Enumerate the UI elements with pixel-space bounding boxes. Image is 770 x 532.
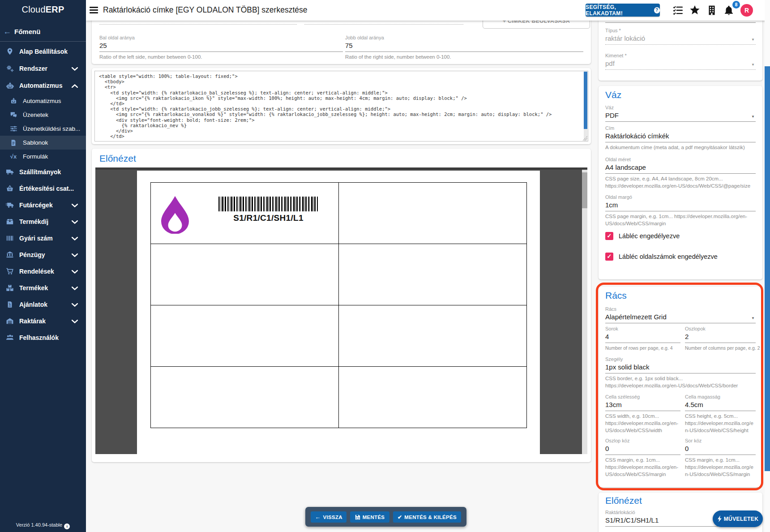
sidebar-item-termekdij[interactable]: Termékdíj: [0, 213, 86, 230]
vaz-card: Váz Váz PDF ▼ Cím Raktárlokáció címkék A…: [599, 86, 762, 279]
sor-koz-field[interactable]: Sor köz 0 CSS margin, e.g. 1cm... https:…: [685, 438, 756, 478]
chevron-down-icon: [72, 234, 81, 242]
chevron-down-icon: [72, 201, 81, 209]
main-menu-back[interactable]: ← Főmenü: [0, 24, 86, 39]
oszlop-koz-field[interactable]: Oszlop köz 0 CSS margin, e.g. 1cm... htt…: [605, 438, 680, 478]
robot-icon: [9, 97, 18, 106]
window-scrollbar-thumb[interactable]: [765, 66, 770, 471]
oldal-meret-input[interactable]: A4 landscape: [605, 163, 756, 174]
preview-scrollbar[interactable]: [582, 170, 587, 454]
szegely-field[interactable]: Szegély 1px solid black CSS border, e.g.…: [605, 356, 756, 390]
sidebar-subitem-uzenetkuldesi-szabalyok[interactable]: Üzenetküldési szab...: [0, 122, 86, 136]
sidebar-item-szallitmanyok[interactable]: Szállítmányok: [0, 163, 86, 180]
label-cell: [151, 244, 339, 305]
sidebar-item-ertekesitesi-csatornak[interactable]: Értékesítési csat...: [0, 180, 86, 197]
gears-icon: [5, 64, 15, 73]
checkbox-label: Lábléc oldalszámok engedélyezve: [619, 253, 718, 260]
sorok-input[interactable]: 4: [605, 333, 680, 343]
right-ratio-input[interactable]: 75: [345, 42, 583, 52]
courier-truck-icon: [5, 201, 15, 210]
label-cell: [339, 367, 527, 428]
cella-magassag-input[interactable]: 4.5cm: [685, 401, 756, 411]
sidebar-item-rendszer[interactable]: Rendszer: [0, 60, 86, 77]
cim-field[interactable]: Cím Raktárlokáció címkék A dokumentum cí…: [605, 125, 756, 151]
sidebar-item-raktarak[interactable]: Raktárak: [0, 313, 86, 329]
sidebar-item-automatizmus[interactable]: Automatizmus: [0, 77, 86, 94]
save-button[interactable]: MENTÉS: [350, 511, 389, 523]
sidebar-item-ajanlatok[interactable]: $ Ajánlatok: [0, 296, 86, 313]
truck-icon: [5, 167, 15, 176]
field-label: Jobb oldal aránya: [345, 35, 583, 40]
avatar[interactable]: R: [740, 4, 753, 17]
sidebar-item-felhasznalok[interactable]: Felhasználók: [0, 329, 86, 346]
editor-scrollbar[interactable]: [584, 72, 587, 142]
sidebar-subitem-uzenetek[interactable]: Üzenetek: [0, 108, 86, 122]
template-code-editor[interactable]: <table style="width: 100%; table-layout:…: [94, 71, 588, 142]
preview-page: S1/R1/C1/SH1/L1: [137, 171, 540, 454]
help-button[interactable]: SEGÍTSÉG, ELAKADTAM! ?: [586, 4, 660, 17]
building-icon[interactable]: [706, 5, 717, 16]
sidebar-item-penzugy[interactable]: Pénzügy: [0, 246, 86, 263]
oldal-margo-field[interactable]: Oldal margó 1cm CSS page margin, e.g. 1c…: [605, 194, 756, 227]
oldal-meret-field[interactable]: Oldal méret A4 landscape CSS page size, …: [605, 157, 756, 190]
left-ratio-field[interactable]: Bal oldal aránya 25 Ratio of the left si…: [99, 35, 343, 61]
sidebar-item-rendelesek[interactable]: Rendelések: [0, 263, 86, 279]
hamburger-menu-icon[interactable]: [90, 7, 98, 13]
tipus-select[interactable]: Típus * raktár lokáció ▼: [605, 28, 756, 45]
sidebar-item-futarcegek[interactable]: Futárcégek: [0, 197, 86, 213]
sidebar-item-gyari-szam[interactable]: Gyári szám: [0, 230, 86, 246]
kimenet-select[interactable]: Kimenet * pdf ▼: [605, 53, 756, 70]
footer-pagenumbers-checkbox[interactable]: ✓ Lábléc oldalszámok engedélyezve: [605, 253, 718, 261]
oszlopok-field[interactable]: Oszlopok 2 Number of columns per page, e…: [685, 326, 756, 351]
save-exit-button[interactable]: ✔ MENTÉS & KILÉPÉS: [393, 511, 461, 523]
formula-sqrt-icon: √x: [9, 152, 18, 161]
preview-scrollbar-thumb[interactable]: [582, 172, 587, 208]
cella-magassag-field[interactable]: Cella magasság 4.5cm CSS height, e.g. 5c…: [685, 394, 756, 434]
location-pin-icon: [5, 47, 15, 56]
code-line: <table style="width: 100%; table-layout:…: [99, 73, 584, 79]
oldal-margo-input[interactable]: 1cm: [605, 201, 756, 211]
arrow-left-icon: ←: [0, 27, 14, 36]
sidebar-subitem-sablonok[interactable]: Sablonok: [0, 136, 86, 150]
star-icon[interactable]: [689, 5, 700, 16]
field-label: Cella magasság: [685, 394, 756, 399]
field-label: Szegély: [605, 356, 756, 362]
checkbox-checked-icon[interactable]: ✓: [605, 253, 613, 261]
window-scrollbar[interactable]: [765, 0, 770, 532]
sorok-field[interactable]: Sorok 4 Number of rows per page, e.g. 4: [605, 326, 680, 351]
page-title: Raktárlokáció címke [EGY OLDALON TÖBB] s…: [103, 5, 307, 15]
right-ratio-field[interactable]: Jobb oldal aránya 75 Ratio of the right …: [345, 35, 583, 61]
left-ratio-input[interactable]: 25: [99, 42, 343, 52]
vaz-select[interactable]: Váz PDF ▼: [605, 105, 756, 122]
version-info[interactable]: Verzió 1.40.94-stablei: [0, 522, 86, 529]
checklist-icon[interactable]: [672, 5, 683, 16]
editor-scrollbar-thumb[interactable]: [584, 72, 587, 129]
preview-viewport: S1/R1/C1/SH1/L1: [95, 167, 587, 454]
cella-szelesseg-field[interactable]: Cella szélesség 13cm CSS width, e.g. 10c…: [605, 394, 680, 434]
footer-enabled-checkbox[interactable]: ✓ Lábléc engedélyezve: [605, 232, 680, 240]
muveletek-button[interactable]: MŰVELETEK: [713, 511, 763, 527]
checkbox-checked-icon[interactable]: ✓: [605, 232, 613, 240]
oszlopok-input[interactable]: 2: [685, 333, 756, 343]
racs-select[interactable]: Rács Alapértelmezett Grid ▼: [605, 306, 756, 323]
chevron-down-icon: ▼: [751, 316, 755, 320]
code-line: <div style="font-weight: bold; font-size…: [99, 117, 584, 123]
code-line: </td>: [99, 101, 584, 106]
notification-badge: 8: [732, 1, 740, 9]
sidebar-subitem-automatizmus[interactable]: Automatizmus: [0, 94, 86, 108]
sidebar-item-alap-beallitasok[interactable]: Alap Beállítások: [0, 43, 86, 60]
oszlop-koz-input[interactable]: 0: [605, 445, 680, 455]
chevron-down-icon: ▼: [751, 63, 755, 67]
sidebar-subitem-formulak[interactable]: √x Formulák: [0, 150, 86, 163]
sor-koz-input[interactable]: 0: [685, 445, 756, 455]
basket-icon: [5, 184, 15, 193]
back-button[interactable]: ← VISSZA: [311, 511, 346, 523]
szegely-input[interactable]: 1px solid black: [605, 363, 756, 373]
resize-grip[interactable]: [583, 136, 587, 141]
sidebar-item-termekek[interactable]: Termékek: [0, 279, 86, 296]
cella-szelesseg-input[interactable]: 13cm: [605, 401, 680, 411]
cim-input[interactable]: Raktárlokáció címkék: [605, 132, 756, 142]
label-cell: [339, 244, 527, 305]
kimenet-value: pdf: [605, 60, 756, 70]
check-icon: ✔: [398, 514, 402, 520]
